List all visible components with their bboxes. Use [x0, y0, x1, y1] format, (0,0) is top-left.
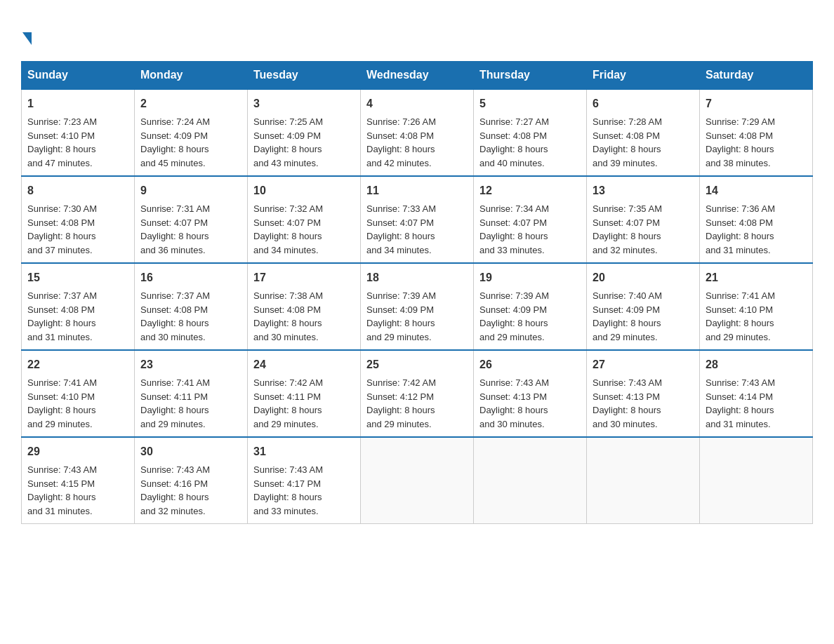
logo-triangle-icon	[22, 32, 32, 45]
day-info: Sunrise: 7:43 AMSunset: 4:13 PMDaylight:…	[593, 377, 662, 429]
day-number: 23	[140, 356, 241, 373]
calendar-cell: 6Sunrise: 7:28 AMSunset: 4:08 PMDaylight…	[587, 89, 700, 176]
day-info: Sunrise: 7:39 AMSunset: 4:09 PMDaylight:…	[479, 290, 549, 342]
calendar-cell: 28Sunrise: 7:43 AMSunset: 4:14 PMDayligh…	[700, 350, 813, 437]
day-number: 24	[253, 356, 355, 373]
calendar-cell	[700, 437, 813, 524]
calendar-cell: 21Sunrise: 7:41 AMSunset: 4:10 PMDayligh…	[700, 263, 813, 350]
day-info: Sunrise: 7:35 AMSunset: 4:07 PMDaylight:…	[593, 203, 662, 255]
day-info: Sunrise: 7:40 AMSunset: 4:09 PMDaylight:…	[593, 290, 662, 342]
calendar-cell: 22Sunrise: 7:41 AMSunset: 4:10 PMDayligh…	[22, 350, 135, 437]
day-number: 22	[27, 356, 128, 373]
day-info: Sunrise: 7:30 AMSunset: 4:08 PMDaylight:…	[27, 203, 97, 255]
calendar-table: SundayMondayTuesdayWednesdayThursdayFrid…	[21, 61, 813, 524]
calendar-cell: 5Sunrise: 7:27 AMSunset: 4:08 PMDaylight…	[474, 89, 587, 176]
week-row-5: 29Sunrise: 7:43 AMSunset: 4:15 PMDayligh…	[22, 437, 813, 524]
weekday-header-wednesday: Wednesday	[361, 62, 474, 90]
day-number: 20	[593, 269, 694, 286]
calendar-cell	[361, 437, 474, 524]
day-info: Sunrise: 7:29 AMSunset: 4:08 PMDaylight:…	[706, 116, 775, 168]
calendar-cell: 25Sunrise: 7:42 AMSunset: 4:12 PMDayligh…	[361, 350, 474, 437]
week-row-2: 8Sunrise: 7:30 AMSunset: 4:08 PMDaylight…	[22, 176, 813, 263]
day-info: Sunrise: 7:43 AMSunset: 4:14 PMDaylight:…	[706, 377, 775, 429]
day-number: 4	[366, 95, 468, 112]
logo-general-text	[21, 21, 32, 47]
day-number: 13	[593, 182, 694, 199]
day-info: Sunrise: 7:43 AMSunset: 4:16 PMDaylight:…	[140, 464, 210, 516]
day-number: 27	[593, 356, 694, 373]
day-info: Sunrise: 7:37 AMSunset: 4:08 PMDaylight:…	[140, 290, 210, 342]
calendar-cell: 27Sunrise: 7:43 AMSunset: 4:13 PMDayligh…	[587, 350, 700, 437]
weekday-header-saturday: Saturday	[700, 62, 813, 90]
day-number: 16	[140, 269, 241, 286]
day-info: Sunrise: 7:43 AMSunset: 4:13 PMDaylight:…	[479, 377, 549, 429]
day-number: 21	[706, 269, 807, 286]
day-info: Sunrise: 7:28 AMSunset: 4:08 PMDaylight:…	[593, 116, 662, 168]
day-info: Sunrise: 7:31 AMSunset: 4:07 PMDaylight:…	[140, 203, 210, 255]
calendar-cell: 3Sunrise: 7:25 AMSunset: 4:09 PMDaylight…	[248, 89, 361, 176]
day-info: Sunrise: 7:36 AMSunset: 4:08 PMDaylight:…	[706, 203, 775, 255]
calendar-cell: 20Sunrise: 7:40 AMSunset: 4:09 PMDayligh…	[587, 263, 700, 350]
calendar-cell: 1Sunrise: 7:23 AMSunset: 4:10 PMDaylight…	[22, 89, 135, 176]
day-number: 6	[593, 95, 694, 112]
calendar-cell: 8Sunrise: 7:30 AMSunset: 4:08 PMDaylight…	[22, 176, 135, 263]
day-info: Sunrise: 7:25 AMSunset: 4:09 PMDaylight:…	[253, 116, 323, 168]
day-number: 1	[27, 95, 128, 112]
day-info: Sunrise: 7:41 AMSunset: 4:10 PMDaylight:…	[27, 377, 97, 429]
day-number: 17	[253, 269, 355, 286]
calendar-cell: 23Sunrise: 7:41 AMSunset: 4:11 PMDayligh…	[135, 350, 248, 437]
day-info: Sunrise: 7:34 AMSunset: 4:07 PMDaylight:…	[479, 203, 549, 255]
day-info: Sunrise: 7:33 AMSunset: 4:07 PMDaylight:…	[366, 203, 436, 255]
calendar-cell: 29Sunrise: 7:43 AMSunset: 4:15 PMDayligh…	[22, 437, 135, 524]
week-row-4: 22Sunrise: 7:41 AMSunset: 4:10 PMDayligh…	[22, 350, 813, 437]
day-info: Sunrise: 7:39 AMSunset: 4:09 PMDaylight:…	[366, 290, 436, 342]
day-info: Sunrise: 7:43 AMSunset: 4:15 PMDaylight:…	[27, 464, 97, 516]
day-number: 25	[366, 356, 468, 373]
day-info: Sunrise: 7:41 AMSunset: 4:10 PMDaylight:…	[706, 290, 775, 342]
day-info: Sunrise: 7:37 AMSunset: 4:08 PMDaylight:…	[27, 290, 97, 342]
day-info: Sunrise: 7:23 AMSunset: 4:10 PMDaylight:…	[27, 116, 97, 168]
calendar-cell: 26Sunrise: 7:43 AMSunset: 4:13 PMDayligh…	[474, 350, 587, 437]
page-header	[21, 21, 813, 47]
weekday-header-thursday: Thursday	[474, 62, 587, 90]
calendar-cell	[587, 437, 700, 524]
day-info: Sunrise: 7:42 AMSunset: 4:12 PMDaylight:…	[366, 377, 436, 429]
day-number: 14	[706, 182, 807, 199]
day-number: 7	[706, 95, 807, 112]
calendar-cell: 7Sunrise: 7:29 AMSunset: 4:08 PMDaylight…	[700, 89, 813, 176]
calendar-cell: 30Sunrise: 7:43 AMSunset: 4:16 PMDayligh…	[135, 437, 248, 524]
day-number: 11	[366, 182, 468, 199]
day-number: 8	[27, 182, 128, 199]
calendar-cell: 24Sunrise: 7:42 AMSunset: 4:11 PMDayligh…	[248, 350, 361, 437]
day-number: 30	[140, 443, 241, 460]
calendar-cell: 11Sunrise: 7:33 AMSunset: 4:07 PMDayligh…	[361, 176, 474, 263]
weekday-header-sunday: Sunday	[22, 62, 135, 90]
calendar-cell: 17Sunrise: 7:38 AMSunset: 4:08 PMDayligh…	[248, 263, 361, 350]
calendar-cell: 13Sunrise: 7:35 AMSunset: 4:07 PMDayligh…	[587, 176, 700, 263]
day-info: Sunrise: 7:43 AMSunset: 4:17 PMDaylight:…	[253, 464, 323, 516]
day-number: 12	[479, 182, 581, 199]
weekday-header-friday: Friday	[587, 62, 700, 90]
day-number: 28	[706, 356, 807, 373]
day-number: 10	[253, 182, 355, 199]
day-number: 18	[366, 269, 468, 286]
day-info: Sunrise: 7:41 AMSunset: 4:11 PMDaylight:…	[140, 377, 210, 429]
weekday-header-tuesday: Tuesday	[248, 62, 361, 90]
day-info: Sunrise: 7:24 AMSunset: 4:09 PMDaylight:…	[140, 116, 210, 168]
calendar-cell: 2Sunrise: 7:24 AMSunset: 4:09 PMDaylight…	[135, 89, 248, 176]
calendar-cell: 9Sunrise: 7:31 AMSunset: 4:07 PMDaylight…	[135, 176, 248, 263]
day-number: 31	[253, 443, 355, 460]
day-number: 15	[27, 269, 128, 286]
logo	[21, 21, 32, 47]
calendar-cell: 10Sunrise: 7:32 AMSunset: 4:07 PMDayligh…	[248, 176, 361, 263]
calendar-cell: 31Sunrise: 7:43 AMSunset: 4:17 PMDayligh…	[248, 437, 361, 524]
calendar-cell: 4Sunrise: 7:26 AMSunset: 4:08 PMDaylight…	[361, 89, 474, 176]
day-number: 29	[27, 443, 128, 460]
weekday-header-row: SundayMondayTuesdayWednesdayThursdayFrid…	[22, 62, 813, 90]
day-info: Sunrise: 7:42 AMSunset: 4:11 PMDaylight:…	[253, 377, 323, 429]
day-number: 26	[479, 356, 581, 373]
day-info: Sunrise: 7:38 AMSunset: 4:08 PMDaylight:…	[253, 290, 323, 342]
day-info: Sunrise: 7:27 AMSunset: 4:08 PMDaylight:…	[479, 116, 549, 168]
calendar-cell: 12Sunrise: 7:34 AMSunset: 4:07 PMDayligh…	[474, 176, 587, 263]
week-row-3: 15Sunrise: 7:37 AMSunset: 4:08 PMDayligh…	[22, 263, 813, 350]
